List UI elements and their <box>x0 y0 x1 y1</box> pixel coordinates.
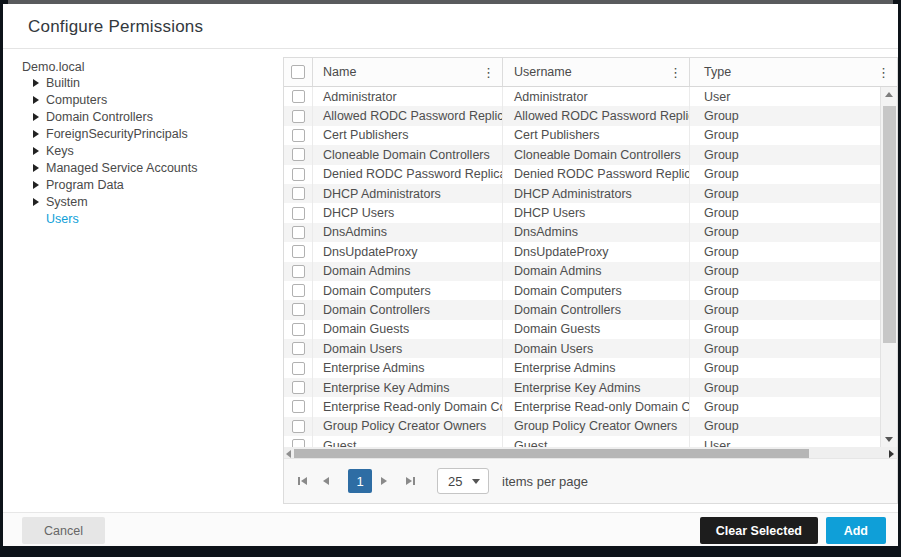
column-header-type-label: Type <box>704 65 731 79</box>
cell-type: Group <box>690 300 880 319</box>
table-row[interactable]: DnsUpdateProxy DnsUpdateProxy Group <box>284 242 880 261</box>
scroll-right-icon[interactable] <box>889 450 894 458</box>
cell-username: Domain Controllers <box>503 300 690 319</box>
expand-caret-icon[interactable] <box>33 181 39 189</box>
horizontal-scrollbar-thumb[interactable] <box>294 449 809 458</box>
table-row[interactable]: Domain Guests Domain Guests Group <box>284 320 880 339</box>
tree-item-domain-controllers[interactable]: Domain Controllers <box>33 108 283 125</box>
row-checkbox[interactable] <box>292 439 305 447</box>
table-row[interactable]: Domain Admins Domain Admins Group <box>284 262 880 281</box>
table-row[interactable]: Enterprise Key Admins Enterprise Key Adm… <box>284 378 880 397</box>
scroll-left-icon[interactable] <box>286 450 291 458</box>
tree-item-label: Computers <box>46 93 107 107</box>
row-checkbox[interactable] <box>292 110 305 123</box>
table-row[interactable]: Denied RODC Password Replicati... Denied… <box>284 165 880 184</box>
row-checkbox[interactable] <box>292 129 305 142</box>
select-all-checkbox[interactable] <box>291 65 305 79</box>
grid-body: Administrator Administrator User Allowed… <box>284 87 880 447</box>
row-checkbox[interactable] <box>292 207 305 220</box>
next-page-button[interactable] <box>381 477 397 485</box>
scroll-down-icon[interactable] <box>885 437 893 442</box>
row-checkbox[interactable] <box>292 265 305 278</box>
cell-name: Domain Users <box>313 339 503 358</box>
tree-item-builtin[interactable]: Builtin <box>33 74 283 91</box>
last-page-button[interactable] <box>406 477 422 485</box>
first-page-button[interactable] <box>298 477 314 485</box>
row-checkbox[interactable] <box>292 284 305 297</box>
column-menu-icon[interactable]: ⋮ <box>877 66 890 79</box>
vertical-scrollbar[interactable] <box>880 87 897 447</box>
configure-permissions-dialog: Configure Permissions Demo.local Builtin… <box>3 4 898 546</box>
table-row[interactable]: Domain Users Domain Users Group <box>284 339 880 358</box>
expand-caret-icon[interactable] <box>33 130 39 138</box>
current-page-button[interactable]: 1 <box>348 469 372 493</box>
row-checkbox[interactable] <box>292 245 305 258</box>
tree-item-program-data[interactable]: Program Data <box>33 176 283 193</box>
tree-item-users[interactable]: Users <box>33 210 283 227</box>
row-checkbox[interactable] <box>292 168 305 181</box>
column-menu-icon[interactable]: ⋮ <box>669 66 682 79</box>
clear-selected-button[interactable]: Clear Selected <box>700 517 818 544</box>
next-page-icon <box>381 477 387 485</box>
dropdown-caret-icon <box>472 479 480 484</box>
column-header-username[interactable]: Username ⋮ <box>503 58 690 86</box>
table-row[interactable]: Cloneable Domain Controllers Cloneable D… <box>284 145 880 164</box>
row-checkbox-cell <box>284 184 313 203</box>
table-row[interactable]: Allowed RODC Password Replica... Allowed… <box>284 106 880 125</box>
expand-caret-icon[interactable] <box>33 198 39 206</box>
cell-type: Group <box>690 339 880 358</box>
table-row[interactable]: Group Policy Creator Owners Group Policy… <box>284 417 880 436</box>
table-row[interactable]: DHCP Users DHCP Users Group <box>284 203 880 222</box>
row-checkbox[interactable] <box>292 90 305 103</box>
table-row[interactable]: Domain Controllers Domain Controllers Gr… <box>284 300 880 319</box>
table-row[interactable]: Administrator Administrator User <box>284 87 880 106</box>
row-checkbox[interactable] <box>292 148 305 161</box>
row-checkbox[interactable] <box>292 400 305 413</box>
tree-item-foreignsecurityprincipals[interactable]: ForeignSecurityPrincipals <box>33 125 283 142</box>
row-checkbox[interactable] <box>292 362 305 375</box>
row-checkbox[interactable] <box>292 226 305 239</box>
row-checkbox[interactable] <box>292 342 305 355</box>
table-row[interactable]: Enterprise Read-only Domain Co... Enterp… <box>284 397 880 416</box>
table-row[interactable]: Domain Computers Domain Computers Group <box>284 281 880 300</box>
column-header-type[interactable]: Type ⋮ <box>690 58 897 86</box>
cell-username: Group Policy Creator Owners <box>503 417 690 436</box>
prev-page-button[interactable] <box>323 477 339 485</box>
column-menu-icon[interactable]: ⋮ <box>482 66 495 79</box>
column-header-name[interactable]: Name ⋮ <box>313 58 503 86</box>
table-row[interactable]: Guest Guest User <box>284 436 880 447</box>
table-row[interactable]: Cert Publishers Cert Publishers Group <box>284 126 880 145</box>
dialog-footer: Cancel Clear Selected Add <box>3 512 898 546</box>
expand-caret-icon[interactable] <box>33 164 39 172</box>
cell-username: Enterprise Read-only Domain Co... <box>503 397 690 416</box>
row-checkbox[interactable] <box>292 187 305 200</box>
table-row[interactable]: DHCP Administrators DHCP Administrators … <box>284 184 880 203</box>
row-checkbox[interactable] <box>292 303 305 316</box>
tree-item-system[interactable]: System <box>33 193 283 210</box>
cell-type: Group <box>690 358 880 377</box>
tree-item-computers[interactable]: Computers <box>33 91 283 108</box>
table-row[interactable]: DnsAdmins DnsAdmins Group <box>284 223 880 242</box>
cell-username: Domain Guests <box>503 320 690 339</box>
add-button[interactable]: Add <box>826 517 886 544</box>
items-per-page-label: items per page <box>502 474 588 489</box>
scroll-up-icon[interactable] <box>885 92 893 97</box>
row-checkbox[interactable] <box>292 420 305 433</box>
expand-caret-icon[interactable] <box>33 147 39 155</box>
row-checkbox-cell <box>284 106 313 125</box>
row-checkbox[interactable] <box>292 323 305 336</box>
cancel-button[interactable]: Cancel <box>22 517 105 544</box>
expand-caret-icon[interactable] <box>33 79 39 87</box>
tree-item-label: System <box>46 195 88 209</box>
cell-username: Domain Users <box>503 339 690 358</box>
tree-root-demo-local[interactable]: Demo.local <box>22 60 283 74</box>
expand-caret-icon[interactable] <box>33 113 39 121</box>
page-size-select[interactable]: 25 <box>437 468 489 494</box>
tree-item-managed-service-accounts[interactable]: Managed Service Accounts <box>33 159 283 176</box>
expand-caret-icon[interactable] <box>33 96 39 104</box>
row-checkbox-cell <box>284 223 313 242</box>
tree-item-keys[interactable]: Keys <box>33 142 283 159</box>
vertical-scrollbar-thumb[interactable] <box>883 106 896 343</box>
row-checkbox[interactable] <box>292 381 305 394</box>
table-row[interactable]: Enterprise Admins Enterprise Admins Grou… <box>284 358 880 377</box>
